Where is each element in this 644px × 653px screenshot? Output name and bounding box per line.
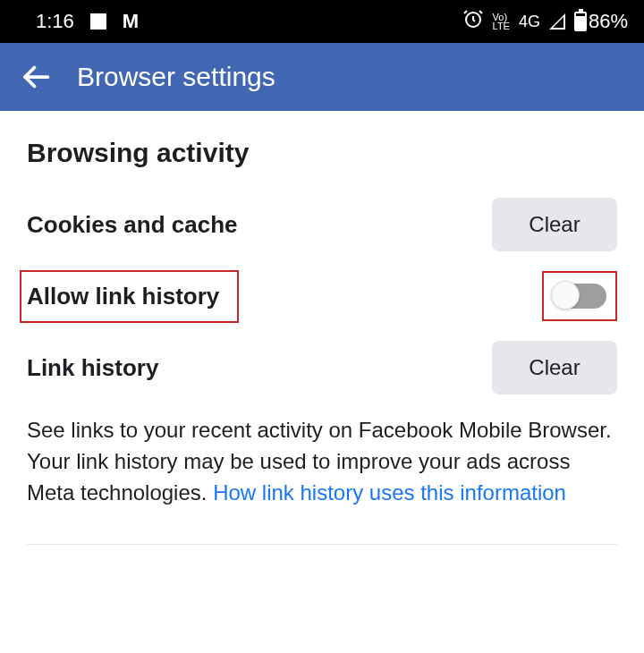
- status-right: Vo) LTE 4G 86%: [462, 8, 628, 35]
- signal-icon: [549, 13, 565, 30]
- alarm-icon: [462, 8, 484, 35]
- battery-indicator: 86%: [574, 10, 628, 33]
- status-left: 1:16 M: [36, 10, 137, 33]
- row-allow-link-history: Allow link history: [27, 265, 617, 327]
- row-label-allow-link-history: Allow link history: [20, 270, 239, 323]
- link-history-description: See links to your recent activity on Fac…: [27, 415, 617, 508]
- status-bar: 1:16 M Vo) LTE 4G 86%: [0, 0, 644, 43]
- allow-link-history-toggle[interactable]: [553, 284, 606, 309]
- page-title: Browser settings: [77, 62, 275, 92]
- row-link-history: Link history Clear: [27, 336, 617, 399]
- toggle-highlight-box: [542, 271, 617, 321]
- row-label-cookies: Cookies and cache: [27, 211, 238, 239]
- network-4g-label: 4G: [519, 13, 540, 31]
- arrow-left-icon: [20, 61, 52, 93]
- toggle-knob: [551, 281, 580, 310]
- gmail-icon: M: [123, 10, 137, 33]
- volte-bottom: LTE: [493, 21, 510, 30]
- divider: [27, 544, 617, 545]
- battery-percentage: 86%: [589, 10, 628, 33]
- how-link-history-uses-info-link[interactable]: How link history uses this information: [213, 480, 566, 505]
- battery-icon: [574, 12, 587, 31]
- clear-cookies-button[interactable]: Clear: [492, 198, 617, 251]
- row-label-link-history: Link history: [27, 354, 158, 382]
- status-time: 1:16: [36, 10, 74, 33]
- back-button[interactable]: [18, 59, 54, 95]
- section-title: Browsing activity: [27, 138, 617, 168]
- clear-link-history-button[interactable]: Clear: [492, 341, 617, 394]
- volte-icon: Vo) LTE: [493, 13, 510, 30]
- row-cookies-and-cache: Cookies and cache Clear: [27, 193, 617, 256]
- app-bar: Browser settings: [0, 43, 644, 111]
- content: Browsing activity Cookies and cache Clea…: [0, 111, 644, 545]
- square-icon: [90, 13, 106, 30]
